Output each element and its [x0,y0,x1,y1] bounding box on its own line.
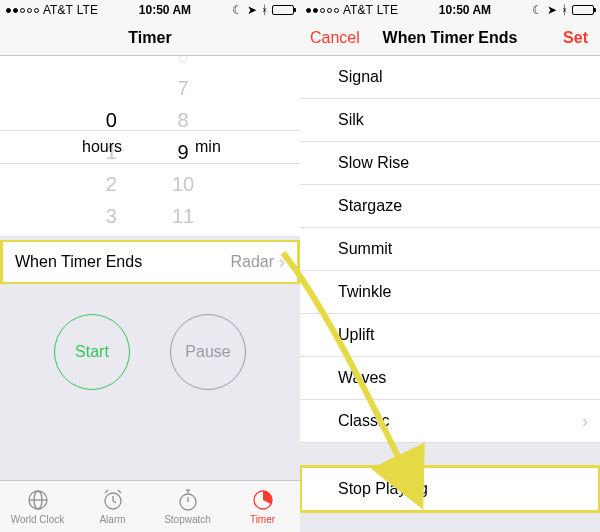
bluetooth-icon: ᚼ [561,3,568,17]
timer-icon [251,488,275,512]
battery-icon [272,5,294,15]
signal-dots-icon [306,8,339,13]
tab-alarm[interactable]: Alarm [75,481,150,532]
controls: Start Pause [0,314,300,390]
sound-item-summit[interactable]: Summit [300,228,600,271]
battery-icon [572,5,594,15]
hours-value: 0 [106,104,117,136]
bluetooth-icon: ᚼ [261,3,268,17]
setting-label: When Timer Ends [15,253,142,271]
status-time: 10:50 AM [139,3,191,17]
chevron-right-icon: › [279,252,285,273]
sound-item-signal[interactable]: Signal [300,56,600,99]
sound-item-classic[interactable]: Classic› [300,400,600,443]
nav-bar: Cancel When Timer Ends Set [300,20,600,56]
svg-line-4 [105,490,108,493]
tab-world-clock[interactable]: World Clock [0,481,75,532]
sound-item-slow-rise[interactable]: Slow Rise [300,142,600,185]
moon-icon: ☾ [232,3,243,17]
pause-button[interactable]: Pause [170,314,246,390]
carrier: AT&T [43,3,73,17]
network: LTE [77,3,98,17]
svg-line-7 [113,501,116,503]
time-picker[interactable]: 0 1 2 3 6 7 8 9 10 11 12 hours min [0,56,300,236]
mins-label: min [195,138,221,156]
sound-item-stargaze[interactable]: Stargaze [300,185,600,228]
stopwatch-icon [176,488,200,512]
stop-playing-item[interactable]: Stop Playing [300,466,600,512]
location-icon: ➤ [547,3,557,17]
timer-screen: AT&T LTE 10:50 AM ☾ ➤ ᚼ Timer 0 1 2 3 6 [0,0,300,532]
tab-bar: World Clock Alarm Stopwatch Timer [0,480,300,532]
when-timer-ends-row[interactable]: When Timer Ends Radar › [0,240,300,284]
svg-line-5 [118,490,121,493]
sound-list[interactable]: Signal Silk Slow Rise Stargaze Summit Tw… [300,56,600,443]
start-button[interactable]: Start [54,314,130,390]
set-button[interactable]: Set [563,29,588,47]
mins-value: 9 [172,136,194,168]
globe-icon [26,488,50,512]
nav-bar: Timer [0,20,300,56]
tab-stopwatch[interactable]: Stopwatch [150,481,225,532]
status-bar: AT&T LTE 10:50 AM ☾ ➤ ᚼ [0,0,300,20]
cancel-button[interactable]: Cancel [310,29,360,47]
setting-value: Radar [230,253,274,271]
page-title: Timer [128,29,171,47]
hours-label: hours [82,138,122,156]
sound-item-silk[interactable]: Silk [300,99,600,142]
sound-item-waves[interactable]: Waves [300,357,600,400]
sound-item-twinkle[interactable]: Twinkle [300,271,600,314]
signal-dots-icon [6,8,39,13]
chevron-right-icon: › [582,411,588,432]
sound-picker-screen: AT&T LTE 10:50 AM ☾ ➤ ᚼ Cancel When Time… [300,0,600,532]
status-bar: AT&T LTE 10:50 AM ☾ ➤ ᚼ [300,0,600,20]
page-title: When Timer Ends [383,29,518,47]
location-icon: ➤ [247,3,257,17]
tab-timer[interactable]: Timer [225,481,300,532]
sound-item-uplift[interactable]: Uplift [300,314,600,357]
alarm-icon [101,488,125,512]
moon-icon: ☾ [532,3,543,17]
